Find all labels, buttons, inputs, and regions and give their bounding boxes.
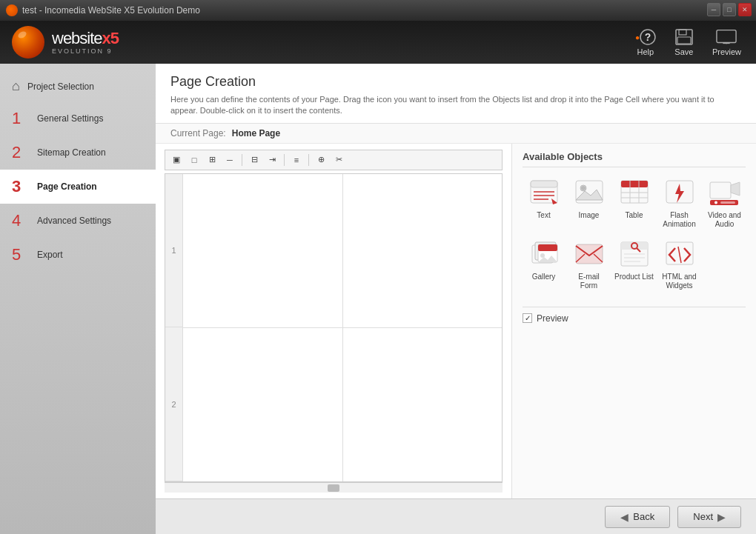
object-video[interactable]: Video and Audio (703, 175, 746, 232)
svg-rect-9 (531, 181, 557, 187)
toolbar-add[interactable]: ⊕ (313, 153, 329, 167)
toolbar-select[interactable]: ▣ (168, 153, 185, 167)
save-button[interactable]: Save (674, 28, 694, 56)
current-page-value: Home Page (232, 128, 280, 138)
page-grid-container: 1 2 (165, 173, 503, 482)
svg-point-17 (581, 186, 586, 190)
sidebar-label-advanced: Advanced Settings (37, 216, 111, 226)
object-product[interactable]: Product List (613, 236, 655, 293)
grid-cell-2-2[interactable] (343, 328, 503, 481)
sidebar-item-export[interactable]: 5 Export (0, 238, 156, 272)
logo-text: websitex5 EVOLUTION 9 (52, 30, 119, 55)
video-icon (707, 178, 743, 209)
page-editor: ▣ □ ⊞ ─ ⊟ ⇥ ≡ ⊕ ✂ (156, 144, 511, 498)
sidebar-item-project[interactable]: ⌂ Project Selection (0, 71, 156, 101)
toolbar-sep-3 (308, 154, 309, 166)
sidebar-label-project: Project Selection (27, 81, 94, 92)
svg-rect-38 (576, 244, 603, 264)
toolbar-cut[interactable]: ✂ (331, 153, 347, 167)
help-label: Help (637, 47, 654, 56)
toolbar-line[interactable]: ─ (222, 153, 238, 167)
step-num-3: 3 (12, 177, 30, 196)
grid-cell-1-1[interactable] (183, 174, 343, 327)
help-icon: ● ? (635, 28, 656, 46)
objects-title: Available Objects (523, 151, 746, 167)
flash-icon (662, 178, 697, 209)
svg-marker-27 (731, 182, 740, 196)
html-label: HTML and Widgets (660, 273, 699, 290)
editor-toolbar: ▣ □ ⊞ ─ ⊟ ⇥ ≡ ⊕ ✂ (165, 150, 503, 170)
header-actions: ● ? Help Save (635, 28, 741, 56)
step-num-1: 1 (12, 109, 30, 128)
row-num-2: 2 (165, 327, 182, 481)
help-button[interactable]: ● ? Help (635, 28, 656, 56)
sidebar-item-page[interactable]: 3 Page Creation (0, 170, 156, 204)
object-email[interactable]: E-mail Form (568, 236, 610, 293)
object-text[interactable]: Text (523, 175, 565, 232)
panel-description: Here you can define the contents of your… (170, 94, 741, 117)
maximize-button[interactable]: □ (723, 3, 736, 16)
logo-area: websitex5 EVOLUTION 9 (12, 26, 119, 59)
logo-website-text: websitex5 (52, 30, 119, 47)
title-bar: test - Incomedia WebSite X5 Evolution De… (0, 0, 756, 21)
toolbar-sep-1 (242, 154, 242, 166)
grid-cells (183, 174, 502, 481)
object-table[interactable]: Table (613, 175, 655, 232)
next-label: Next (693, 511, 713, 522)
image-label: Image (579, 211, 600, 220)
main-container: websitex5 EVOLUTION 9 ● ? Help (0, 21, 756, 534)
toolbar-insert[interactable]: ⊟ (246, 153, 262, 167)
monitor-icon (716, 29, 737, 45)
sidebar-label-page: Page Creation (37, 181, 97, 192)
toolbar-move[interactable]: ⇥ (264, 153, 280, 167)
minimize-button[interactable]: ─ (707, 3, 720, 16)
editor-section: ▣ □ ⊞ ─ ⊟ ⇥ ≡ ⊕ ✂ (156, 144, 756, 498)
preview-checkbox[interactable] (523, 313, 532, 323)
save-icon (674, 28, 694, 46)
grid-cell-2-1[interactable] (183, 328, 343, 481)
grid-cell-1-2[interactable] (343, 174, 503, 327)
sidebar-label-general: General Settings (37, 113, 103, 124)
step-num-5: 5 (12, 245, 30, 264)
next-arrow: ▶ (717, 511, 726, 523)
objects-panel: Available Objects (511, 144, 756, 498)
scroll-thumb[interactable] (328, 484, 339, 492)
close-button[interactable]: ✕ (738, 3, 752, 16)
panel-header: Page Creation Here you can define the co… (156, 64, 756, 124)
table-label: Table (626, 211, 643, 220)
next-button[interactable]: Next ▶ (677, 506, 741, 528)
home-icon: ⌂ (12, 79, 20, 94)
toolbar-rect[interactable]: □ (186, 153, 202, 167)
toolbar-align[interactable]: ≡ (288, 153, 305, 167)
svg-rect-26 (710, 182, 731, 198)
current-page-label: Current Page: (170, 128, 226, 138)
row-num-1: 1 (165, 174, 182, 328)
logo-evolution: EVOLUTION 9 (52, 47, 119, 55)
back-label: Back (633, 511, 654, 522)
grid-scrollbar[interactable] (165, 482, 503, 493)
grid-row-1 (183, 174, 502, 328)
object-image[interactable]: Image (568, 175, 610, 232)
main-panel: Page Creation Here you can define the co… (156, 64, 756, 534)
window-controls[interactable]: ─ □ ✕ (707, 3, 752, 16)
svg-rect-3 (679, 30, 686, 35)
step-num-2: 2 (12, 143, 30, 162)
svg-rect-5 (717, 30, 736, 43)
object-gallery[interactable]: Gallery (523, 236, 565, 293)
save-label: Save (674, 47, 693, 56)
sidebar-item-sitemap[interactable]: 2 Sitemap Creation (0, 136, 156, 170)
question-icon: ? (640, 29, 656, 45)
sidebar-item-general[interactable]: 1 General Settings (0, 101, 156, 136)
sidebar-item-advanced[interactable]: 4 Advanced Settings (0, 204, 156, 238)
object-flash[interactable]: Flash Animation (658, 175, 700, 232)
product-icon (617, 239, 652, 270)
email-icon (571, 239, 607, 270)
svg-text:?: ? (645, 31, 651, 43)
objects-grid: Text I (523, 175, 746, 293)
window-title: test - Incomedia WebSite X5 Evolution De… (22, 5, 200, 16)
back-button[interactable]: ◀ Back (605, 506, 670, 528)
preview-button[interactable]: Preview (712, 28, 741, 56)
page-grid: 1 2 (165, 174, 502, 481)
toolbar-grid[interactable]: ⊞ (204, 153, 220, 167)
object-html[interactable]: HTML and Widgets (658, 236, 700, 293)
